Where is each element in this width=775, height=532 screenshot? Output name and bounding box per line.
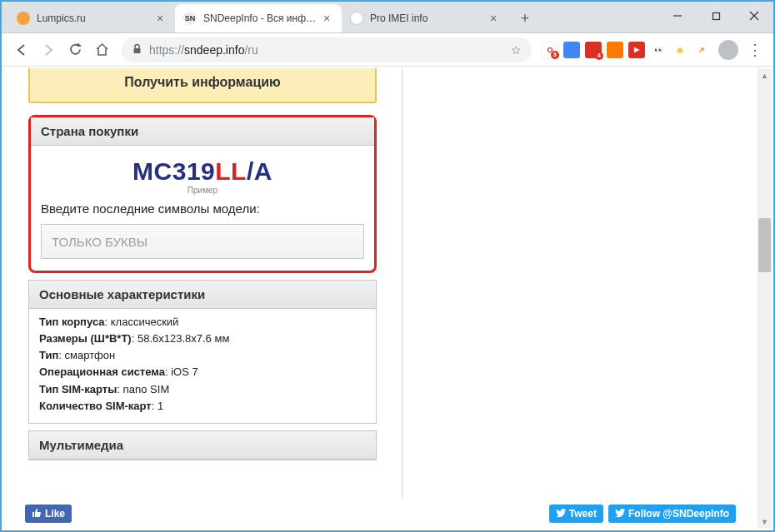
tab-sndeepinfo[interactable]: SN SNDeepInfo - Вся информа × [175, 4, 342, 32]
spec-value: nano SIM [123, 383, 170, 395]
spec-label: Тип SIM-карты [39, 383, 117, 395]
model-part-a: MC319 [132, 157, 215, 185]
window-controls [658, 2, 773, 30]
tab-close-button[interactable]: × [153, 12, 167, 25]
window-close-button[interactable] [735, 2, 773, 30]
spec-label: Количество SIM-карт [39, 400, 152, 412]
spec-label: Тип [39, 349, 58, 361]
profile-avatar[interactable] [718, 40, 738, 60]
forward-button[interactable] [35, 37, 62, 63]
favicon-lumpics [17, 12, 30, 25]
ext-swoosh-icon[interactable]: ↗ [693, 42, 710, 58]
toolbar: https://sndeep.info/ru ☆ O3 4 ▶ 👀 ◉ ↗ ⋮ [2, 33, 773, 67]
left-column: Получить информацию Страна покупки MC319… [3, 68, 402, 529]
spec-label: Размеры (Ш*В*Т) [39, 332, 132, 345]
new-tab-button[interactable]: + [513, 7, 537, 30]
social-footer: Like Tweet Follow @SNDeepInfo [3, 499, 758, 529]
ext-yellow-icon[interactable]: ◉ [672, 42, 688, 58]
country-purchase-card: Страна покупки MC319LL/A Пример Введите … [28, 115, 377, 273]
reload-button[interactable] [62, 37, 88, 63]
back-button[interactable] [8, 37, 35, 63]
tab-title: SNDeepInfo - Вся информа [203, 12, 317, 24]
tab-lumpics[interactable]: Lumpics.ru × [8, 4, 175, 32]
spec-value: смартфон [65, 349, 116, 361]
model-part-c: /A [247, 157, 272, 185]
bookmark-star-icon[interactable]: ☆ [511, 43, 522, 57]
scrollbar-thumb[interactable] [758, 218, 771, 272]
svg-rect-4 [134, 48, 141, 53]
ext-adblock-icon[interactable]: 4 [585, 42, 602, 58]
twitter-follow-button[interactable]: Follow @SNDeepInfo [608, 505, 736, 523]
get-info-button[interactable]: Получить информацию [28, 68, 377, 103]
tab-title: Lumpics.ru [37, 12, 150, 24]
spec-row: Операционная система: iOS 7 [39, 364, 366, 380]
multimedia-card: Мультимедиа [28, 430, 377, 460]
favicon-sndeepinfo: SN [183, 12, 197, 25]
browser-window: Lumpics.ru × SN SNDeepInfo - Вся информа… [0, 0, 775, 532]
scroll-down-arrow-icon[interactable]: ▼ [758, 515, 772, 529]
spec-label: Тип корпуса [39, 316, 105, 328]
home-button[interactable] [88, 37, 115, 63]
tab-title: Pro IMEI info [370, 12, 483, 24]
page-body: Получить информацию Страна покупки MC319… [3, 68, 758, 529]
right-column [402, 68, 758, 529]
ext-translate-icon[interactable] [563, 42, 580, 58]
ext-orange-icon[interactable] [607, 42, 623, 58]
model-letters-input[interactable] [41, 224, 364, 259]
extension-icons: O3 4 ▶ 👀 ◉ ↗ [538, 42, 713, 58]
model-part-b: LL [215, 157, 247, 185]
sample-label: Пример [41, 186, 364, 195]
lock-icon [132, 43, 142, 57]
facebook-like-button[interactable]: Like [25, 505, 72, 523]
tab-proimei[interactable]: Pro IMEI info × [342, 4, 508, 32]
vertical-scrollbar[interactable]: ▲ ▼ [758, 68, 772, 529]
browser-menu-button[interactable]: ⋮ [743, 41, 767, 59]
url-path: /ru [244, 43, 258, 57]
ext-play-icon[interactable]: ▶ [628, 42, 645, 58]
spec-row: Количество SIM-карт: 1 [39, 398, 366, 415]
spec-row: Размеры (Ш*В*Т): 58.6x123.8x7.6 мм [39, 331, 366, 347]
favicon-proimei [350, 12, 363, 25]
ext-badge: 3 [551, 51, 559, 59]
spec-row: Тип SIM-карты: nano SIM [39, 381, 366, 398]
specs-card-header: Основные характеристики [29, 281, 376, 309]
like-label: Like [45, 508, 65, 520]
window-minimize-button[interactable] [658, 2, 697, 30]
twitter-icon [556, 508, 566, 520]
country-card-body: MC319LL/A Пример Введите последние симво… [31, 146, 374, 271]
window-maximize-button[interactable] [697, 2, 735, 30]
multimedia-card-header: Мультимедиа [29, 431, 376, 460]
url-host: sndeep.info [184, 43, 244, 57]
page-viewport: Получить информацию Страна покупки MC319… [3, 68, 772, 529]
tab-close-button[interactable]: × [487, 12, 500, 25]
spec-value: iOS 7 [171, 365, 198, 378]
url-scheme: https:// [149, 43, 184, 57]
spec-label: Операционная система [39, 365, 165, 378]
get-info-label: Получить информацию [30, 68, 375, 90]
spec-value: классический [111, 316, 179, 328]
input-prompt: Введите последние символы модели: [41, 201, 364, 216]
spec-row: Тип: смартфон [39, 347, 366, 364]
specs-card: Основные характеристики Тип корпуса: кла… [28, 280, 377, 424]
scroll-up-arrow-icon[interactable]: ▲ [758, 68, 772, 82]
country-card-header: Страна покупки [31, 117, 374, 146]
model-example: MC319LL/A [41, 157, 364, 186]
tab-close-button[interactable]: × [320, 12, 333, 25]
spec-value: 58.6x123.8x7.6 мм [138, 332, 229, 345]
ext-badge: 4 [595, 52, 603, 60]
spec-row: Тип корпуса: классический [39, 314, 366, 331]
tweet-label: Tweet [569, 508, 597, 520]
address-bar[interactable]: https://sndeep.info/ru ☆ [122, 37, 532, 62]
ext-owl-icon[interactable]: 👀 [650, 42, 667, 58]
follow-label: Follow @SNDeepInfo [628, 508, 729, 520]
thumbs-up-icon [32, 508, 42, 520]
specs-list: Тип корпуса: классический Размеры (Ш*В*Т… [29, 309, 376, 423]
ext-opera-icon[interactable]: O3 [542, 42, 558, 58]
twitter-icon [615, 508, 625, 520]
svg-rect-1 [712, 12, 719, 19]
spec-value: 1 [158, 400, 163, 412]
twitter-tweet-button[interactable]: Tweet [549, 505, 603, 523]
